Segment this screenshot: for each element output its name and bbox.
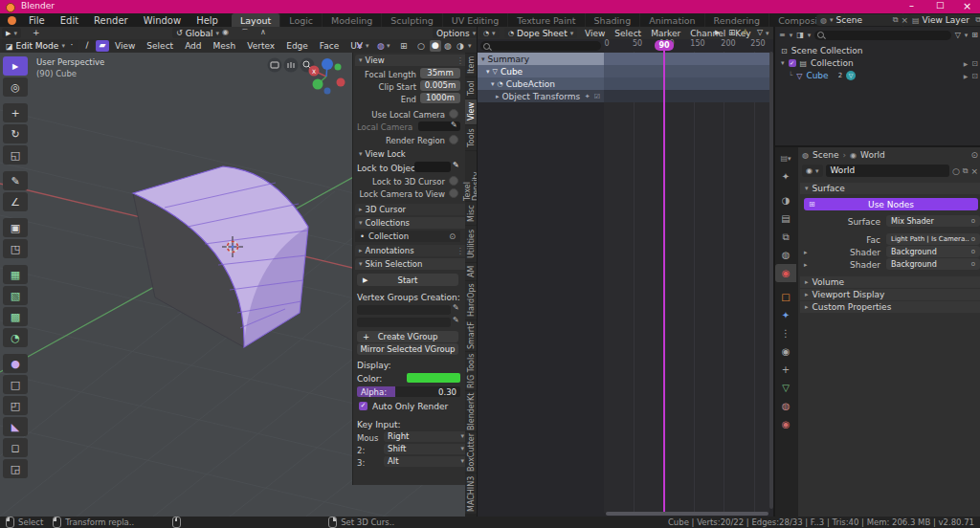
tab-world[interactable]: ◉: [775, 264, 796, 282]
lock-to-object-field[interactable]: [414, 162, 451, 172]
workspace-tab-logic[interactable]: Logic: [280, 13, 323, 27]
view-layer-selector[interactable]: ▤ View Layer ⧉: [908, 14, 980, 26]
vertex-select-button[interactable]: ·: [65, 40, 78, 52]
tool-add-cube[interactable]: ▣: [3, 218, 28, 237]
fake-user-icon[interactable]: ○: [952, 166, 960, 176]
workspace-tab-modeling[interactable]: Modeling: [323, 13, 382, 27]
tool-box-3[interactable]: ▩: [3, 307, 28, 326]
collection-list-item[interactable]: • Collection ⊙: [355, 231, 460, 242]
tab-output[interactable]: ▤: [775, 209, 796, 228]
chevron-down-icon[interactable]: ▾: [387, 42, 390, 50]
chevron-down-icon[interactable]: ▾: [965, 32, 969, 39]
tool-cube-move[interactable]: ◰: [3, 396, 28, 415]
vgroup-field-1[interactable]: [357, 305, 451, 315]
tool-move[interactable]: +: [3, 103, 28, 122]
workspace-tab-texture-paint[interactable]: Texture Paint: [508, 13, 585, 27]
copy-id-icon[interactable]: ⧉: [963, 166, 969, 176]
shading-wireframe-icon[interactable]: ○: [417, 41, 425, 51]
tab-tool[interactable]: ✦: [775, 167, 796, 186]
display-mode-icon[interactable]: ≡: [779, 31, 786, 39]
lock-3d-cursor-checkbox[interactable]: [449, 176, 458, 186]
menu-edit[interactable]: Edit: [53, 15, 86, 26]
outliner-row-scene-collection[interactable]: ⊡ Scene Collection: [781, 46, 863, 55]
channel-cube[interactable]: ▾ ▽ Cube: [478, 65, 604, 77]
tool-scale[interactable]: ◱: [3, 145, 28, 165]
cursor-panel-header[interactable]: ▸ 3D Cursor: [355, 204, 468, 215]
blender-menu-icon[interactable]: [8, 16, 16, 25]
create-vgroup-button[interactable]: + Create VGroup: [357, 331, 458, 342]
mouse-key-dropdown[interactable]: Right ▾: [384, 431, 468, 442]
tab-modifiers[interactable]: ✦: [775, 306, 796, 324]
clip-start-field[interactable]: 0.005m: [420, 80, 460, 91]
outliner-row-collection[interactable]: ▾ ✓ ▤ Collection ▶ ⊡: [781, 58, 978, 68]
tool-box-1[interactable]: ▦: [3, 265, 28, 284]
viewport-menu-add[interactable]: Add: [185, 41, 201, 51]
tab-scene[interactable]: ◍: [775, 246, 796, 264]
overlays-toggle-icon[interactable]: ◍: [377, 41, 385, 51]
horizontal-scrollbar[interactable]: [606, 512, 768, 516]
workspace-tab-uv-editing[interactable]: UV Editing: [443, 13, 509, 27]
dope-menu-view[interactable]: View: [585, 29, 605, 38]
tab-constraints[interactable]: +: [775, 361, 796, 379]
face-select-button[interactable]: ▰: [96, 40, 109, 52]
visibility-eye-icon[interactable]: ⊙: [449, 231, 456, 241]
surface-row-field[interactable]: Mix Shadero: [886, 215, 980, 227]
tool-cube-flip[interactable]: ◻: [3, 438, 28, 457]
lock-camera-checkbox[interactable]: [449, 188, 458, 198]
minimize-button[interactable]: –: [909, 0, 914, 11]
viewport-menu-select[interactable]: Select: [146, 41, 173, 51]
keyframe-area[interactable]: [604, 52, 769, 513]
tool-sphere[interactable]: ●: [3, 354, 28, 373]
normalize-icon[interactable]: ⊞: [728, 28, 736, 37]
tool-select-box[interactable]: ◲: [3, 459, 28, 478]
outliner-row-cube[interactable]: └ ▽ Cube 2 ▽ ▶ ⊡: [789, 71, 978, 80]
channel-object-transforms[interactable]: ▸ Object Transforms ✦ ☑: [478, 90, 604, 102]
shading-rendered-icon[interactable]: ◑: [457, 41, 464, 51]
eyedropper-icon[interactable]: ✎: [453, 316, 459, 324]
world-browse-button[interactable]: ◉▾: [802, 165, 823, 177]
custom-properties-panel-header[interactable]: ▸ Custom Properties ≡: [800, 301, 980, 313]
chevron-down-icon[interactable]: ▾: [790, 32, 793, 39]
viewport-menu-vertex[interactable]: Vertex: [247, 41, 275, 51]
view-layer-copy-icon[interactable]: ⧉: [975, 15, 980, 25]
tab-material[interactable]: ◍: [775, 397, 796, 415]
dope-menu-channel[interactable]: Channel: [690, 29, 725, 38]
chevron-down-icon[interactable]: ▾: [366, 42, 369, 50]
options-button[interactable]: Options ▾: [433, 28, 479, 38]
tab-object[interactable]: □: [775, 288, 796, 306]
key2-dropdown[interactable]: Shift ▾: [384, 444, 468, 454]
eyedropper-icon[interactable]: ✎: [453, 161, 459, 169]
tool-cube-dashed[interactable]: □: [3, 375, 28, 394]
color-swatch[interactable]: [407, 373, 460, 383]
eyedropper-icon[interactable]: ✎: [453, 303, 459, 312]
edge-select-button[interactable]: ∕: [80, 40, 94, 52]
tool-cursor[interactable]: ◎: [3, 77, 28, 97]
selectable-icon[interactable]: ▶: [964, 60, 969, 67]
key3-dropdown[interactable]: Alt ▾: [384, 456, 468, 467]
collection-checkbox[interactable]: ✓: [789, 59, 796, 67]
tab-physics[interactable]: ◉: [775, 342, 796, 361]
snap-magnet-icon[interactable]: ⌒: [241, 28, 249, 38]
tool-extrude[interactable]: ◳: [3, 239, 28, 258]
selectable-icon[interactable]: ▶: [964, 73, 969, 79]
filter-funnel-icon[interactable]: ▽: [757, 28, 763, 36]
view-lock-subpanel-header[interactable]: ▾ View Lock: [359, 149, 406, 159]
tool-box-2[interactable]: ▧: [3, 286, 28, 305]
maximize-button[interactable]: □: [936, 0, 945, 10]
tool-measure[interactable]: ∠: [3, 192, 28, 211]
scene-copy-icon[interactable]: ⧉: [893, 15, 899, 25]
menu-render[interactable]: Render: [86, 15, 136, 26]
workspace-tab-animation[interactable]: Animation: [640, 13, 704, 27]
use-local-camera-checkbox[interactable]: [449, 109, 458, 119]
mode-selector[interactable]: ◪ Edit Mode ▾: [2, 40, 69, 52]
dope-menu-marker[interactable]: Marker: [651, 29, 680, 38]
shader1-row-field[interactable]: Backgroundo: [886, 246, 980, 257]
viewport-menu-mesh[interactable]: Mesh: [213, 41, 236, 51]
tweak-tool-icon[interactable]: +: [33, 28, 40, 37]
channel-search-field[interactable]: [480, 41, 601, 51]
world-name-field[interactable]: World: [826, 165, 949, 177]
breadcrumb-world[interactable]: World: [860, 150, 967, 160]
pivot-point-icon[interactable]: ◉: [222, 28, 229, 36]
wrench-icon[interactable]: ✦: [585, 93, 590, 100]
tab-object-data[interactable]: ▽: [775, 379, 796, 397]
